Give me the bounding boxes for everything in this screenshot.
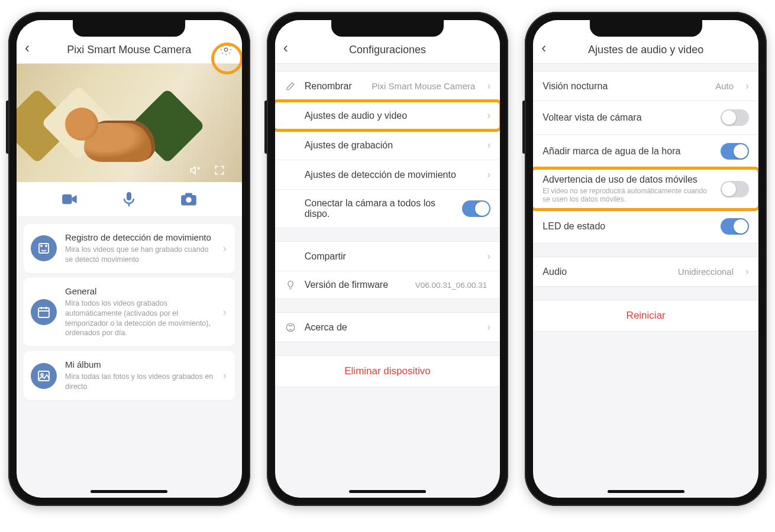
card-subtitle: Mira los videos que se han grabado cuand… <box>65 245 215 265</box>
toggle-connect-all[interactable] <box>462 200 490 217</box>
row-mobile-warning[interactable]: Advertencia de uso de datos móviles El v… <box>533 168 758 210</box>
settings-group-about: Acerca de › <box>275 312 500 342</box>
notch <box>73 20 185 37</box>
row-share[interactable]: Compartir › <box>275 242 500 271</box>
camera-feed[interactable] <box>17 64 242 182</box>
row-label: Acerca de <box>305 322 479 333</box>
chevron-right-icon: › <box>487 168 490 181</box>
svg-rect-2 <box>127 192 131 200</box>
row-recording[interactable]: Ajustes de grabación › <box>275 131 500 160</box>
row-label: Añadir marca de agua de la hora <box>542 146 712 157</box>
chevron-right-icon: › <box>745 80 749 92</box>
row-audio-video[interactable]: Ajustes de audio y video › <box>275 101 500 131</box>
chevron-right-icon: › <box>487 109 490 122</box>
row-about[interactable]: Acerca de › <box>275 313 500 342</box>
home-indicator[interactable] <box>608 490 684 493</box>
chevron-right-icon: › <box>745 265 749 278</box>
action-bar <box>17 182 242 217</box>
fullscreen-icon[interactable] <box>214 164 225 176</box>
record-button[interactable] <box>61 192 79 207</box>
screen-2: ‹ Configuraciones Renombrar Pixi Smart M… <box>275 20 500 498</box>
row-label: Audio <box>542 267 669 277</box>
row-motion-detection[interactable]: Ajustes de detección de movimiento › <box>275 160 500 190</box>
callout-circle <box>211 43 242 74</box>
row-label: Ajustes de detección de movimiento <box>305 170 479 180</box>
screen-3: ‹ Ajustes de audio y video Visión noctur… <box>533 20 758 498</box>
chevron-right-icon: › <box>487 321 490 333</box>
svg-rect-9 <box>38 308 49 317</box>
svg-point-7 <box>41 245 42 246</box>
row-label: Renombrar <box>305 81 364 92</box>
av-group-audio: Audio Unidireccional › <box>533 257 758 287</box>
toggle-led[interactable] <box>721 218 749 235</box>
home-indicator[interactable] <box>91 490 167 493</box>
row-label: Versión de firmware <box>305 280 407 290</box>
phone-frame-2: ‹ Configuraciones Renombrar Pixi Smart M… <box>267 12 509 506</box>
card-subtitle: Mira todas las fotos y los videos grabad… <box>65 372 215 392</box>
card-subtitle: Mira todos los videos grabados automátic… <box>65 299 215 339</box>
card-album[interactable]: Mi álbum Mira todas las fotos y los vide… <box>24 351 235 400</box>
card-title: General <box>65 286 215 296</box>
row-label: Compartir <box>305 251 479 262</box>
row-label: Advertencia de uso de datos móviles <box>542 174 712 185</box>
back-button[interactable]: ‹ <box>25 40 40 56</box>
card-motion[interactable]: Registro de detección de movimiento Mira… <box>24 224 235 273</box>
row-flip-view[interactable]: Voltear vista de cámara <box>533 101 758 135</box>
notch <box>590 20 702 37</box>
chevron-right-icon: › <box>487 80 490 92</box>
recordings-list: Registro de detección de movimiento Mira… <box>17 217 242 412</box>
page-title: Pixi Smart Mouse Camera <box>40 44 218 56</box>
chevron-right-icon: › <box>487 250 490 262</box>
phone-frame-3: ‹ Ajustes de audio y video Visión noctur… <box>525 12 767 506</box>
row-watermark[interactable]: Añadir marca de agua de la hora <box>533 135 758 168</box>
video-content <box>84 121 155 162</box>
chevron-right-icon: › <box>487 139 490 151</box>
toggle-watermark[interactable] <box>721 143 749 160</box>
row-status-led[interactable]: LED de estado <box>533 210 758 243</box>
edit-icon <box>285 81 296 92</box>
album-icon <box>31 363 57 389</box>
delete-device-button[interactable]: Eliminar dispositivo <box>275 355 500 387</box>
bulb-icon <box>285 280 296 290</box>
restart-button[interactable]: Reiniciar <box>533 300 758 332</box>
row-subtitle: El video no se reproducirá automáticamen… <box>542 187 712 203</box>
svg-point-4 <box>186 197 191 203</box>
notch <box>331 20 444 37</box>
toggle-flip[interactable] <box>721 109 749 126</box>
svg-rect-5 <box>185 193 192 196</box>
chevron-right-icon: › <box>223 242 227 255</box>
svg-rect-1 <box>62 194 72 204</box>
row-value: V06.00.31_06.00.31 <box>415 281 487 290</box>
row-firmware[interactable]: Versión de firmware V06.00.31_06.00.31 <box>275 271 500 299</box>
page-title: Ajustes de audio y video <box>557 44 735 56</box>
svg-point-8 <box>46 245 47 246</box>
info-icon <box>285 322 296 333</box>
phone-frame-1: ‹ Pixi Smart Mouse Camera <box>8 12 250 506</box>
card-title: Mi álbum <box>65 359 215 369</box>
row-connect-all[interactable]: Conectar la cámara a todos los dispo. <box>275 190 500 228</box>
mic-button[interactable] <box>120 192 138 207</box>
row-value: Pixi Smart Mouse Camera <box>372 81 475 91</box>
row-value: Auto <box>715 81 734 91</box>
row-audio[interactable]: Audio Unidireccional › <box>533 257 758 286</box>
card-general[interactable]: General Mira todos los videos grabados a… <box>24 278 235 347</box>
svg-point-11 <box>41 374 43 376</box>
back-button[interactable]: ‹ <box>541 40 557 56</box>
svg-rect-6 <box>39 244 49 253</box>
back-button[interactable]: ‹ <box>283 40 299 56</box>
chevron-right-icon: › <box>223 369 227 382</box>
row-label: Voltear vista de cámara <box>542 112 712 123</box>
mute-icon[interactable] <box>189 164 201 176</box>
screen-1: ‹ Pixi Smart Mouse Camera <box>17 20 242 498</box>
motion-icon <box>31 235 57 261</box>
row-label: LED de estado <box>542 221 712 232</box>
row-rename[interactable]: Renombrar Pixi Smart Mouse Camera › <box>275 72 500 101</box>
card-title: Registro de detección de movimiento <box>65 232 215 242</box>
row-night-vision[interactable]: Visión nocturna Auto › <box>533 72 758 101</box>
home-indicator[interactable] <box>349 490 426 493</box>
av-group-main: Visión nocturna Auto › Voltear vista de … <box>533 71 758 244</box>
row-label: Visión nocturna <box>542 81 707 92</box>
settings-group-info: Compartir › Versión de firmware V06.00.3… <box>275 241 500 299</box>
toggle-mobile-warning[interactable] <box>721 181 749 197</box>
snapshot-button[interactable] <box>180 192 198 207</box>
